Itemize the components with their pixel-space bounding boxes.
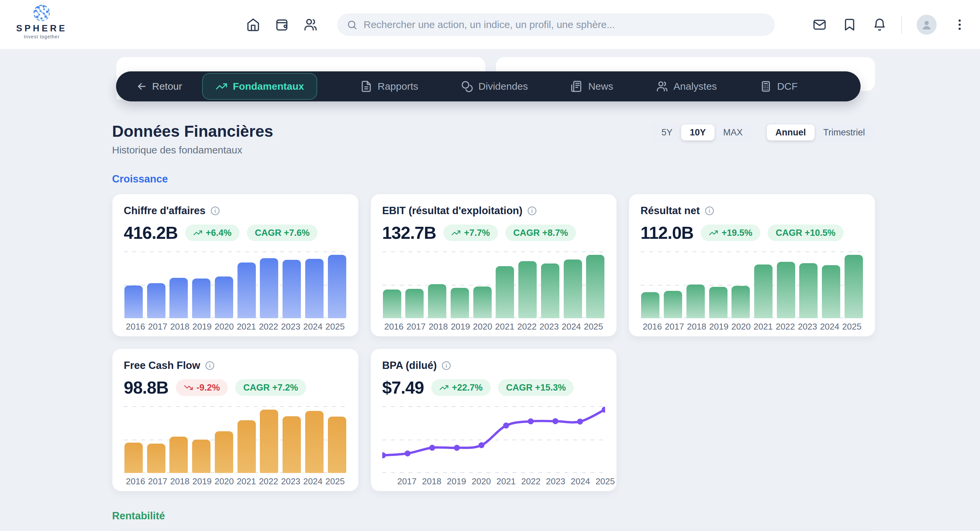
chart-bar: [147, 283, 165, 318]
chart-bar: [473, 286, 492, 318]
year-label: 2018: [169, 476, 191, 487]
tab-rapports[interactable]: Rapports: [360, 80, 418, 92]
metric-title: EBIT (résultat d'exploitation): [382, 205, 523, 217]
chart-bar: [169, 437, 188, 473]
back-label: Retour: [152, 81, 182, 92]
year-label: 2021: [496, 476, 516, 486]
year-label: 2021: [494, 321, 516, 332]
metric-title: Free Cash Flow: [124, 359, 200, 372]
year-label: 2021: [752, 321, 774, 332]
section-croissance: Croissance: [112, 173, 875, 185]
file-text-icon: [360, 80, 372, 92]
year-label: 2018: [169, 321, 191, 332]
year-label: 2024: [571, 476, 590, 486]
tab-dcf[interactable]: DCF: [760, 80, 798, 92]
page-title: Données Financières: [112, 122, 273, 140]
info-icon[interactable]: [210, 206, 220, 216]
range-option-5y[interactable]: 5Y: [653, 124, 681, 140]
bookmarks-button[interactable]: [843, 17, 857, 32]
info-icon[interactable]: [527, 206, 537, 216]
year-label: 2022: [521, 476, 541, 486]
metric-chart: [124, 406, 347, 473]
portfolio-button[interactable]: [275, 17, 289, 32]
year-label: 2019: [447, 476, 466, 486]
section-rentabilite: Rentabilité: [112, 510, 875, 522]
line-point: [503, 423, 509, 429]
back-button[interactable]: Retour: [134, 80, 184, 92]
chart-bar: [283, 416, 301, 473]
home-button[interactable]: [246, 17, 260, 32]
chart-bar: [541, 264, 559, 318]
chart-bar: [260, 258, 278, 318]
year-label: 2020: [213, 476, 235, 487]
metric-card: Free Cash Flow 98.8B -9.2% CAGR +7.2% 20…: [112, 348, 359, 491]
year-label: 2025: [595, 476, 615, 486]
range-toggle: 5Y 10Y MAX: [651, 123, 753, 142]
year-label: 2022: [258, 321, 280, 332]
period-option-annuel[interactable]: Annuel: [767, 124, 815, 140]
more-menu-button[interactable]: [953, 17, 967, 32]
range-option-10y[interactable]: 10Y: [681, 124, 714, 140]
trend-icon: [439, 383, 449, 392]
tab-fondamentaux[interactable]: Fondamentaux: [202, 73, 317, 100]
chart-bars: [640, 251, 864, 318]
range-option-max[interactable]: MAX: [714, 124, 751, 140]
chart-bar: [147, 444, 165, 473]
home-icon: [246, 17, 260, 32]
chart-bar: [709, 287, 727, 318]
tab-news[interactable]: News: [571, 80, 613, 92]
community-button[interactable]: [304, 17, 318, 32]
messages-button[interactable]: [813, 17, 827, 32]
avatar[interactable]: [916, 15, 937, 35]
chart-bar: [305, 259, 323, 318]
chart-bar: [428, 284, 446, 318]
metric-chart: [640, 251, 864, 318]
chart-bar: [754, 264, 773, 318]
chart-bar: [451, 288, 469, 318]
chart-bar: [237, 420, 256, 473]
arrow-left-icon: [136, 81, 148, 92]
header-divider: [901, 15, 902, 34]
app-logo[interactable]: SPHERE Invest together: [10, 3, 73, 39]
page-subtitle: Historique des fondamentaux: [112, 145, 273, 156]
year-label: 2018: [686, 321, 708, 332]
chart-bars: [382, 251, 605, 318]
info-icon[interactable]: [441, 361, 451, 370]
tabbar-items: Rapports Dividendes News Analystes: [317, 80, 841, 92]
app-root: SPHERE Invest together: [0, 0, 980, 531]
search-bar[interactable]: [337, 14, 775, 36]
year-label: 2019: [191, 321, 213, 332]
year-label: 2025: [582, 321, 605, 332]
notifications-button[interactable]: [873, 17, 886, 32]
info-icon[interactable]: [705, 206, 714, 216]
header-nav: [246, 0, 775, 49]
year-label: 2023: [538, 321, 560, 332]
year-label: 2022: [516, 321, 538, 332]
year-label: 2016: [124, 321, 146, 332]
year-label: 2020: [472, 476, 491, 486]
tab-dividendes[interactable]: Dividendes: [461, 80, 528, 92]
year-label: 2017: [405, 321, 427, 332]
year-label: 2017: [397, 476, 417, 486]
year-label: 2023: [797, 321, 819, 332]
logo-subtitle: Invest together: [24, 34, 60, 39]
line-point: [528, 418, 534, 424]
change-badge: +19.5%: [701, 224, 760, 241]
metric-value: 416.2B: [124, 223, 178, 243]
tab-analystes[interactable]: Analystes: [656, 80, 717, 92]
header-actions: [797, 0, 967, 49]
users-icon: [304, 17, 318, 32]
ticker-nav-zone: Retour Fondamentaux Rapports Dividendes: [112, 57, 875, 102]
year-label: 2022: [774, 321, 796, 332]
metric-value: 132.7B: [382, 223, 436, 243]
bell-icon: [873, 17, 886, 32]
period-option-trimestriel[interactable]: Trimestriel: [815, 124, 873, 140]
page-head: Données Financières Historique des fonda…: [112, 122, 875, 156]
year-label: 2025: [324, 321, 346, 332]
info-icon[interactable]: [205, 361, 215, 370]
metric-title: BPA (dilué): [382, 359, 437, 372]
kebab-menu-icon: [953, 17, 967, 32]
change-badge: +7.7%: [443, 224, 498, 241]
search-input[interactable]: [363, 19, 765, 31]
year-label: 2017: [146, 321, 169, 332]
